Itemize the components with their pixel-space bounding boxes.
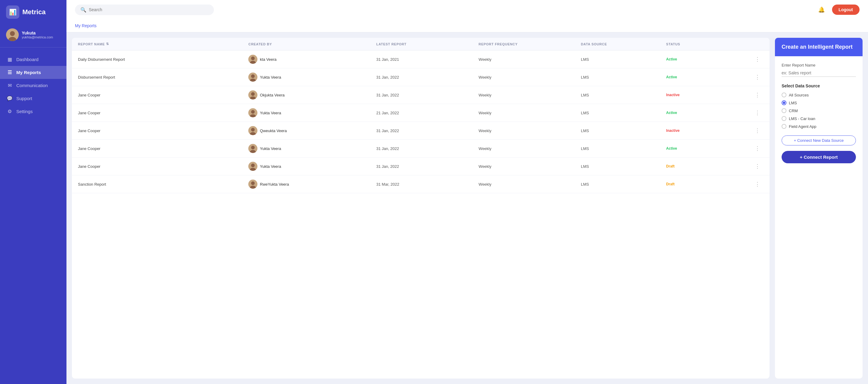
svg-point-4 bbox=[251, 57, 255, 60]
creator-name: Qweukta Veera bbox=[260, 128, 287, 133]
radio-item-lms-car-loan[interactable]: LMS - Car loan bbox=[782, 116, 856, 121]
row-more-button[interactable]: ⋮ bbox=[751, 110, 764, 116]
report-name-input[interactable] bbox=[782, 69, 856, 77]
report-name-cell: Jane Cooper bbox=[78, 146, 248, 151]
table-row: Jane Cooper Yukta Veera 31 Jan, 2022 Wee… bbox=[72, 140, 770, 157]
radio-label-lms-car-loan: LMS - Car loan bbox=[789, 116, 815, 121]
table-body: Daily Disbursement Report kta Veera 31 J… bbox=[72, 51, 770, 193]
svg-point-16 bbox=[251, 128, 255, 131]
logout-button[interactable]: Logout bbox=[832, 4, 860, 15]
notification-bell-button[interactable]: 🔔 bbox=[816, 4, 827, 16]
avatar bbox=[6, 28, 19, 41]
radio-item-lms[interactable]: LMS bbox=[782, 100, 856, 105]
data-source-cell: LMS bbox=[581, 57, 666, 62]
user-info: Yukuta yukhta@metrica.com bbox=[22, 31, 53, 39]
radio-label-crm: CRM bbox=[789, 109, 798, 113]
creator-name: Yukta Veera bbox=[260, 164, 281, 169]
status-badge: Active bbox=[666, 74, 751, 80]
creator-avatar bbox=[248, 144, 257, 153]
frequency-cell: Weekly bbox=[478, 182, 581, 186]
right-panel: Create an Intelligent Report Enter Repor… bbox=[775, 38, 863, 379]
data-source-cell: LMS bbox=[581, 111, 666, 115]
row-more-button[interactable]: ⋮ bbox=[751, 163, 764, 170]
radio-item-crm[interactable]: CRM bbox=[782, 108, 856, 113]
panel-header: Create an Intelligent Report bbox=[775, 38, 863, 56]
reports-icon: ☰ bbox=[7, 69, 13, 75]
report-name-cell: Jane Cooper bbox=[78, 128, 248, 133]
bell-icon: 🔔 bbox=[818, 6, 825, 13]
col-data-source: DATA SOURCE bbox=[581, 42, 666, 46]
table-header: REPORT NAME ⇅ CREATED BY LATEST REPORT R… bbox=[72, 38, 770, 51]
sidebar-item-dashboard[interactable]: ▦ Dashboard bbox=[0, 53, 66, 66]
user-profile: Yukuta yukhta@metrica.com bbox=[0, 24, 66, 48]
frequency-cell: Weekly bbox=[478, 146, 581, 151]
settings-icon: ⚙ bbox=[7, 109, 13, 114]
latest-report-cell: 31 Jan, 2022 bbox=[376, 146, 479, 151]
created-by-cell: RweYukta Veera bbox=[248, 180, 376, 189]
latest-report-cell: 31 Jan, 2022 bbox=[376, 75, 479, 80]
row-more-button[interactable]: ⋮ bbox=[751, 92, 764, 98]
radio-circle-lms-car-loan bbox=[782, 116, 786, 121]
data-source-cell: LMS bbox=[581, 146, 666, 151]
svg-point-19 bbox=[251, 146, 255, 149]
frequency-cell: Weekly bbox=[478, 111, 581, 115]
col-actions bbox=[751, 42, 764, 46]
row-more-button[interactable]: ⋮ bbox=[751, 74, 764, 81]
sidebar-item-support[interactable]: 💬 Support bbox=[0, 92, 66, 105]
reports-table: REPORT NAME ⇅ CREATED BY LATEST REPORT R… bbox=[72, 38, 770, 379]
table-row: Jane Cooper Yukta Veera 21 Jan, 2022 Wee… bbox=[72, 104, 770, 122]
data-source-cell: LMS bbox=[581, 128, 666, 133]
report-name-cell: Disbursement Report bbox=[78, 75, 248, 80]
row-more-button[interactable]: ⋮ bbox=[751, 127, 764, 134]
created-by-cell: Yukta Veera bbox=[248, 162, 376, 171]
creator-name: Okjukta Veera bbox=[260, 93, 285, 97]
latest-report-cell: 21 Jan, 2022 bbox=[376, 111, 479, 115]
user-name: Yukuta bbox=[22, 31, 53, 35]
connect-new-data-source-button[interactable]: + Connect New Data Source bbox=[782, 136, 856, 145]
status-badge: Active bbox=[666, 110, 751, 116]
sidebar-item-label: Settings bbox=[16, 109, 33, 114]
report-name-cell: Jane Cooper bbox=[78, 164, 248, 169]
radio-circle-all-sources bbox=[782, 92, 786, 97]
panel-body: Enter Report Name Select Data Source All… bbox=[775, 56, 863, 379]
radio-circle-crm bbox=[782, 108, 786, 113]
radio-item-field-agent-app[interactable]: Field Agent App bbox=[782, 124, 856, 129]
dashboard-icon: ▦ bbox=[7, 57, 13, 62]
sort-icon[interactable]: ⇅ bbox=[106, 42, 109, 46]
data-source-cell: LMS bbox=[581, 164, 666, 169]
creator-avatar bbox=[248, 108, 257, 117]
row-more-button[interactable]: ⋮ bbox=[751, 181, 764, 187]
data-source-cell: LMS bbox=[581, 75, 666, 80]
frequency-cell: Weekly bbox=[478, 93, 581, 97]
connect-report-button[interactable]: + Connect Report bbox=[782, 151, 856, 163]
search-input[interactable] bbox=[89, 7, 209, 12]
panel-title: Create an Intelligent Report bbox=[782, 44, 852, 50]
svg-point-22 bbox=[251, 164, 255, 167]
report-name-cell: Sanction Report bbox=[78, 182, 248, 186]
svg-point-7 bbox=[251, 75, 255, 78]
table-row: Jane Cooper Qweukta Veera 31 Jan, 2022 W… bbox=[72, 122, 770, 140]
row-more-button[interactable]: ⋮ bbox=[751, 56, 764, 63]
communication-icon: ✉ bbox=[7, 83, 13, 88]
sidebar-item-label: Support bbox=[16, 96, 32, 101]
main-area: 🔍 🔔 Logout My Reports REPORT NAME ⇅ CREA… bbox=[66, 0, 868, 384]
status-badge: Draft bbox=[666, 181, 751, 187]
report-name-cell: Jane Cooper bbox=[78, 93, 248, 97]
sidebar-item-settings[interactable]: ⚙ Settings bbox=[0, 105, 66, 118]
report-name-cell: Jane Cooper bbox=[78, 111, 248, 115]
row-more-button[interactable]: ⋮ bbox=[751, 145, 764, 152]
sidebar-item-communication[interactable]: ✉ Communication bbox=[0, 79, 66, 92]
creator-name: kta Veera bbox=[260, 57, 276, 62]
col-report-name: REPORT NAME ⇅ bbox=[78, 42, 248, 46]
col-latest-report: LATEST REPORT bbox=[376, 42, 479, 46]
data-source-radio-group: All Sources LMS CRM LMS - Car loan Field… bbox=[782, 92, 856, 129]
sidebar-item-my-reports[interactable]: ☰ My Reports bbox=[0, 66, 66, 79]
sidebar-item-label: Dashboard bbox=[16, 57, 38, 62]
latest-report-cell: 31 Jan, 2021 bbox=[376, 57, 479, 62]
search-bar[interactable]: 🔍 bbox=[75, 4, 214, 15]
radio-item-all-sources[interactable]: All Sources bbox=[782, 92, 856, 97]
frequency-cell: Weekly bbox=[478, 75, 581, 80]
creator-avatar bbox=[248, 162, 257, 171]
sidebar-item-label: My Reports bbox=[16, 70, 41, 75]
creator-avatar bbox=[248, 126, 257, 135]
